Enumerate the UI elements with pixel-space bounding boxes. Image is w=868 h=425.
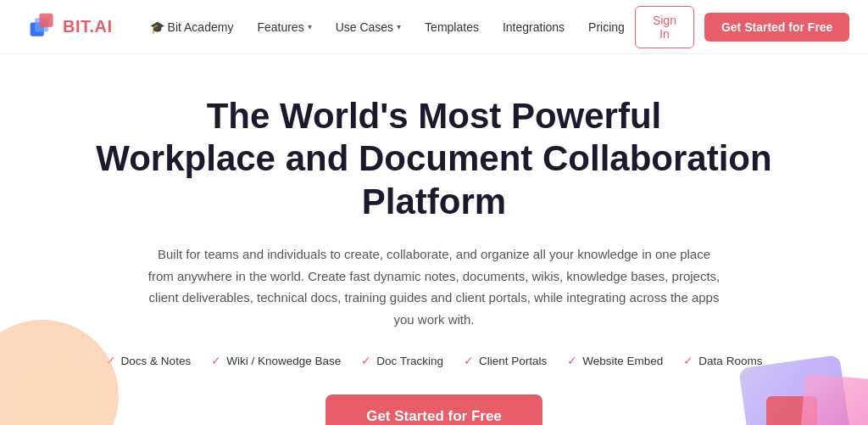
nav-label-pricing: Pricing bbox=[588, 20, 625, 34]
feature-label: Doc Tracking bbox=[376, 355, 443, 367]
nav-item-features[interactable]: Features ▾ bbox=[247, 14, 321, 41]
nav-item-pricing[interactable]: Pricing bbox=[578, 14, 635, 41]
navbar: BIT.AI 🎓 Bit Academy Features ▾ Use Case… bbox=[0, 0, 868, 54]
check-icon: ✓ bbox=[683, 354, 693, 367]
nav-item-usecases[interactable]: Use Cases ▾ bbox=[326, 14, 411, 41]
get-started-nav-button[interactable]: Get Started for Free bbox=[704, 13, 849, 42]
logo-icon bbox=[27, 12, 58, 42]
nav-label-templates: Templates bbox=[425, 20, 479, 34]
feature-doc-tracking: ✓ Doc Tracking bbox=[361, 354, 443, 367]
logo[interactable]: BIT.AI bbox=[27, 12, 113, 42]
feature-label: Website Embed bbox=[582, 355, 663, 367]
nav-links: 🎓 Bit Academy Features ▾ Use Cases ▾ Tem… bbox=[140, 14, 635, 41]
nav-label-academy: Bit Academy bbox=[168, 20, 234, 34]
nav-actions: Sign In Get Started for Free bbox=[635, 6, 850, 48]
check-icon: ✓ bbox=[361, 354, 371, 367]
check-icon: ✓ bbox=[567, 354, 577, 367]
logo-text-accent: .AI bbox=[90, 17, 113, 36]
chevron-down-icon: ▾ bbox=[397, 22, 401, 31]
hero-title-line2: Workplace and Document Collaboration Pla… bbox=[96, 138, 771, 221]
nav-item-academy[interactable]: 🎓 Bit Academy bbox=[140, 14, 244, 41]
deco-right bbox=[698, 303, 868, 425]
get-started-hero-button[interactable]: Get Started for Free bbox=[326, 394, 542, 425]
academy-icon: 🎓 bbox=[150, 20, 164, 34]
check-icon: ✓ bbox=[464, 354, 474, 367]
features-row: ✓ Docs & Notes ✓ Wiki / Knowedge Base ✓ … bbox=[106, 354, 763, 367]
chevron-down-icon: ▾ bbox=[308, 22, 312, 31]
feature-client-portals: ✓ Client Portals bbox=[464, 354, 547, 367]
nav-label-usecases: Use Cases bbox=[336, 20, 393, 34]
hero-section: The World's Most Powerful Workplace and … bbox=[0, 54, 868, 425]
feature-wiki: ✓ Wiki / Knowedge Base bbox=[211, 354, 341, 367]
hero-title-line1: The World's Most Powerful bbox=[207, 96, 662, 136]
deco-left bbox=[0, 303, 136, 425]
feature-label: Wiki / Knowedge Base bbox=[226, 355, 341, 367]
hero-title: The World's Most Powerful Workplace and … bbox=[85, 95, 783, 223]
shape-pink bbox=[800, 373, 868, 425]
feature-website-embed: ✓ Website Embed bbox=[567, 354, 663, 367]
nav-item-integrations[interactable]: Integrations bbox=[492, 14, 575, 41]
nav-item-templates[interactable]: Templates bbox=[415, 14, 489, 41]
logo-text: BIT.AI bbox=[63, 17, 113, 36]
hero-subtitle: Built for teams and individuals to creat… bbox=[146, 243, 722, 330]
signin-button[interactable]: Sign In bbox=[635, 6, 694, 48]
svg-rect-2 bbox=[39, 13, 53, 26]
nav-label-features: Features bbox=[257, 20, 303, 34]
nav-label-integrations: Integrations bbox=[503, 20, 565, 34]
check-icon: ✓ bbox=[211, 354, 221, 367]
logo-text-main: BIT bbox=[63, 17, 90, 36]
feature-label: Client Portals bbox=[479, 355, 547, 367]
